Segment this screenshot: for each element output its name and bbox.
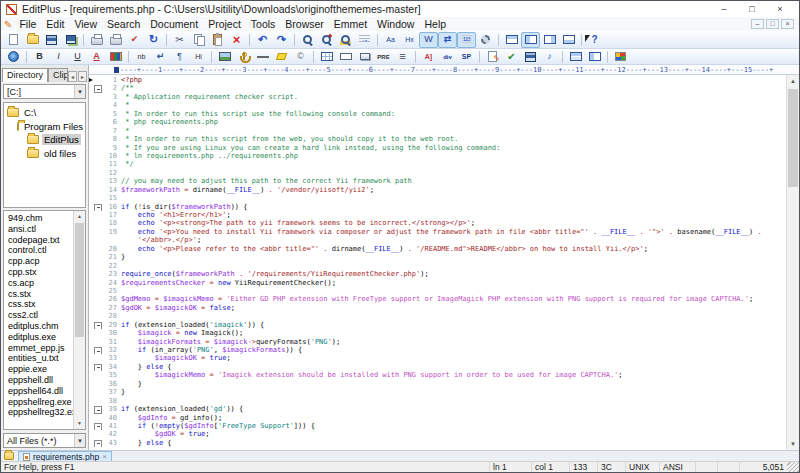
- code-row[interactable]: 40 $gdInfo = gd_info();: [89, 414, 785, 422]
- menu-view[interactable]: View: [69, 18, 102, 30]
- menu-emmet[interactable]: Emmet: [329, 18, 372, 30]
- hex-viewer-button[interactable]: Hx: [400, 32, 419, 48]
- file-item[interactable]: ansi.ctl: [8, 224, 71, 235]
- code-row[interactable]: 34 } else {: [89, 363, 785, 371]
- code-row[interactable]: 16if (!is_dir($frameworkPath)) {: [89, 203, 785, 211]
- print-button[interactable]: [106, 32, 125, 48]
- context-help-button[interactable]: [585, 32, 604, 48]
- code-row[interactable]: 37}: [89, 388, 785, 396]
- tab-directory[interactable]: Directory: [2, 68, 48, 82]
- menu-help[interactable]: Help: [419, 18, 451, 30]
- push-button-button[interactable]: [355, 50, 374, 64]
- mdi-restore-button[interactable]: □: [766, 19, 779, 29]
- menu-project[interactable]: Project: [203, 18, 246, 30]
- code-row[interactable]: 9 * If you are using Linux you can creat…: [89, 144, 785, 152]
- tab-close-icon[interactable]: ×: [102, 452, 107, 461]
- code-row[interactable]: 6 * php requirements.php: [89, 118, 785, 126]
- file-item[interactable]: eppshellreg.exe: [8, 397, 71, 408]
- insert-media-button[interactable]: ♪: [540, 50, 559, 64]
- convert-case-button[interactable]: Aa: [381, 32, 400, 48]
- fold-toggle[interactable]: [93, 203, 102, 211]
- fold-toggle[interactable]: [93, 405, 102, 413]
- font-color-button[interactable]: A: [87, 50, 106, 64]
- tab-scroll-left-button[interactable]: ◂: [68, 71, 77, 82]
- preferences-button[interactable]: [476, 32, 495, 48]
- code-row[interactable]: 30 $imagick = new Imagick();: [89, 329, 785, 337]
- fold-toggle[interactable]: [93, 321, 102, 329]
- insert-image-button[interactable]: [215, 50, 234, 64]
- file-item[interactable]: editplus.chm: [8, 321, 71, 332]
- redo-button[interactable]: [272, 32, 291, 48]
- file-item[interactable]: cs.stx: [8, 289, 71, 300]
- fold-toggle[interactable]: [93, 422, 102, 430]
- save-all-button[interactable]: [61, 32, 80, 48]
- view-in-browser-button[interactable]: [4, 50, 23, 64]
- split-horizontal-button[interactable]: [566, 50, 585, 64]
- code-row[interactable]: 23require_once($frameworkPath . '/requir…: [89, 270, 785, 278]
- undo-button[interactable]: [253, 32, 272, 48]
- reload-button[interactable]: [144, 32, 163, 48]
- menu-file[interactable]: File: [14, 18, 41, 30]
- minimize-button[interactable]: –: [710, 2, 738, 17]
- anchor-button[interactable]: [234, 50, 253, 64]
- code-row[interactable]: 5 * In order to run this script use the …: [89, 110, 785, 118]
- fold-toggle[interactable]: [93, 84, 102, 92]
- code-area[interactable]: 1<?php2/**3 * Application requirement ch…: [89, 75, 799, 450]
- pre-tag-button[interactable]: PRE: [374, 50, 393, 64]
- code-row[interactable]: 27$gdOK = $imagickOK = false;: [89, 304, 785, 312]
- mdi-close-button[interactable]: ×: [781, 19, 794, 29]
- code-row[interactable]: 36 }: [89, 380, 785, 388]
- code-row[interactable]: 4 *: [89, 101, 785, 109]
- file-item[interactable]: editplus.exe: [8, 332, 71, 343]
- paragraph-button[interactable]: ¶: [170, 50, 189, 64]
- sp-tag-button[interactable]: SP: [457, 50, 476, 64]
- span-tag-button[interactable]: A]: [419, 50, 438, 64]
- scroll-up-icon[interactable]: ▲: [74, 211, 85, 222]
- code-row[interactable]: 35 $imagickMemo = 'Imagick extension sho…: [89, 371, 785, 379]
- code-row[interactable]: 11 */: [89, 160, 785, 168]
- highlight-button[interactable]: [272, 50, 291, 64]
- syntax-check-button[interactable]: [502, 50, 521, 64]
- tree-item[interactable]: EditPlus: [4, 133, 85, 147]
- scroll-down-icon[interactable]: ▼: [74, 418, 85, 429]
- code-row[interactable]: 18 echo '<p><strong>The path to yii fram…: [89, 219, 785, 227]
- italic-button[interactable]: I: [49, 50, 68, 64]
- directory-window-button[interactable]: [521, 32, 540, 48]
- code-row[interactable]: 8 * In order to run this script from the…: [89, 135, 785, 143]
- menu-document[interactable]: Document: [145, 18, 203, 30]
- code-row[interactable]: 24$requirementsChecker = new YiiRequirem…: [89, 279, 785, 287]
- color-picker-button[interactable]: [106, 50, 125, 64]
- folder-icon[interactable]: [4, 452, 14, 460]
- browser-window-button[interactable]: [611, 50, 630, 64]
- code-row[interactable]: 10 * ln requirements.php ../requirements…: [89, 152, 785, 160]
- scrollbar-thumb[interactable]: [75, 223, 84, 337]
- close-button[interactable]: ×: [766, 2, 794, 17]
- file-filter-selector[interactable]: All Files (*.*) ▼: [3, 433, 86, 448]
- copy-button[interactable]: [189, 32, 208, 48]
- code-row[interactable]: 28: [89, 312, 785, 320]
- file-item[interactable]: eppshellreg32.exe: [8, 407, 71, 418]
- code-row[interactable]: 43 } else {: [89, 439, 785, 447]
- tree-item[interactable]: old files: [4, 147, 85, 161]
- drive-selector[interactable]: [C:] ▼: [3, 84, 86, 99]
- tab-scroll-right-button[interactable]: ▸: [78, 71, 87, 82]
- code-row[interactable]: 26$gdMemo = $imagickMemo = 'Either GD PH…: [89, 295, 785, 303]
- file-item[interactable]: 949.chm: [8, 213, 71, 224]
- code-row[interactable]: 15: [89, 194, 785, 202]
- fold-toggle[interactable]: [93, 439, 102, 447]
- file-item[interactable]: css2.ctl: [8, 310, 71, 321]
- save-button[interactable]: [42, 32, 61, 48]
- code-row[interactable]: 33 $imagickOK = true;: [89, 354, 785, 362]
- horizontal-rule-button[interactable]: [253, 50, 272, 64]
- code-row[interactable]: 25: [89, 287, 785, 295]
- menu-tools[interactable]: Tools: [246, 18, 281, 30]
- code-row[interactable]: 20 echo '<p>Please refer to the <abbr ti…: [89, 245, 785, 253]
- code-row[interactable]: 13// you may need to adjust this path to…: [89, 177, 785, 185]
- code-row[interactable]: 42 $gdOK = true;: [89, 430, 785, 438]
- file-item[interactable]: emmet_epp.js: [8, 343, 71, 354]
- code-row[interactable]: 38: [89, 397, 785, 405]
- open-file-button[interactable]: [23, 32, 42, 48]
- code-row[interactable]: 31 $imagickFormats = $imagick->queryForm…: [89, 338, 785, 346]
- word-wrap-button[interactable]: W: [419, 32, 438, 48]
- fold-toggle[interactable]: [93, 363, 102, 371]
